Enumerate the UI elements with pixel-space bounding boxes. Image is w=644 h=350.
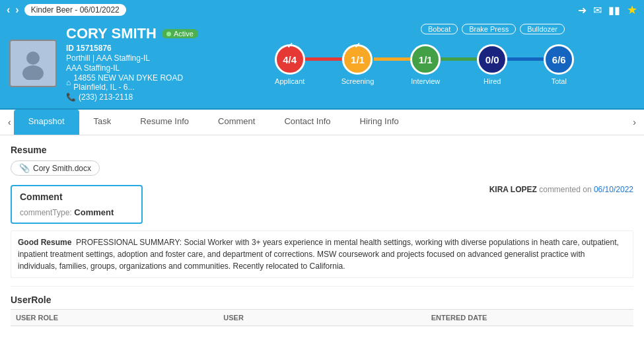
user-name-row: CORY SMITH Active: [66, 25, 205, 42]
comment-action: commented on: [539, 185, 591, 194]
section-divider: [11, 286, 633, 287]
comment-author: KIRA LOPEZ: [489, 185, 537, 194]
comment-type-row: commentType: Comment: [20, 207, 133, 217]
breadcrumb: Kinder Beer - 06/01/2022: [24, 4, 126, 16]
table-header: USER ROLE USER ENTERED DATE: [11, 309, 633, 326]
tab-resume-info[interactable]: Resume Info: [125, 110, 203, 135]
user-phone: 📞 (233) 213-2118: [66, 92, 205, 102]
comment-full-text: PROFESSIONAL SUMMARY: Social Worker with…: [18, 238, 619, 271]
line-3: [441, 57, 477, 61]
pipeline-screening: ✓ 1/1 Screening: [341, 44, 375, 85]
line-4: [507, 57, 544, 61]
paperclip-icon: 📎: [19, 163, 30, 173]
applicant-circle: ✓ 4/4: [275, 44, 305, 75]
tab-task[interactable]: Task: [79, 110, 126, 135]
pipeline-total: 6/6 Total: [544, 44, 574, 85]
userrole-title: UserRole: [11, 295, 633, 305]
chat-icon[interactable]: ▮▮: [608, 4, 620, 17]
back-button[interactable]: ‹: [7, 4, 10, 16]
user-address: ⌂ 14855 NEW VAN DYKE ROAD Plainfield, IL…: [66, 73, 205, 92]
col-user-role: USER ROLE: [11, 314, 218, 322]
tabs-left-arrow[interactable]: ‹: [5, 112, 14, 133]
tab-hiring-info[interactable]: Hiring Info: [345, 110, 413, 135]
main-content: Resume 📎 Cory Smith.docx Comment comment…: [0, 135, 644, 350]
avatar: [9, 40, 57, 87]
svg-point-0: [26, 52, 40, 65]
comment-box: Comment commentType: Comment: [11, 185, 143, 224]
comment-type-label: commentType:: [20, 208, 72, 217]
col-user: USER: [218, 314, 425, 322]
home-icon: ⌂: [66, 78, 71, 87]
user-name: CORY SMITH: [66, 25, 157, 42]
tabs-right-arrow[interactable]: ›: [630, 112, 639, 133]
user-company2: AAA Staffing-IL: [66, 63, 205, 73]
user-id: ID 15715876: [66, 44, 205, 53]
pipeline: ✓ 4/4 Applicant ✓ 1/1 Screening 1/1 Inte…: [214, 42, 635, 85]
tag-bulldozer: Bulldozer: [520, 24, 565, 34]
forward-button[interactable]: ›: [15, 4, 18, 16]
comment-type-value: Comment: [74, 207, 114, 217]
phone-icon: 📞: [66, 92, 76, 102]
comment-date: 06/10/2022: [594, 185, 633, 194]
comment-body: Good Resume PROFESSIONAL SUMMARY: Social…: [11, 230, 633, 278]
interview-circle: 1/1: [410, 44, 441, 75]
hired-circle: 0/0: [477, 44, 507, 75]
status-badge: Active: [162, 29, 198, 38]
comment-section-title: Comment: [20, 192, 133, 202]
tags-section: Bobcat Brake Press Bulldozer: [421, 24, 565, 34]
resume-file-pill[interactable]: 📎 Cory Smith.docx: [11, 160, 100, 176]
user-company: Porthill | AAA Staffing-IL: [66, 53, 205, 63]
mail-icon[interactable]: ✉: [593, 4, 602, 17]
comment-row: Comment commentType: Comment KIRA LOPEZ …: [11, 185, 633, 228]
top-bar: ‹ › Kinder Beer - 06/01/2022 ➜ ✉ ▮▮ ★: [0, 0, 644, 20]
tab-contact-info[interactable]: Contact Info: [269, 110, 345, 135]
check-screening: ✓: [354, 41, 361, 50]
top-bar-icons: ➜ ✉ ▮▮ ★: [578, 3, 637, 17]
pipeline-hired: 0/0 Hired: [477, 44, 507, 85]
tag-bobcat: Bobcat: [421, 24, 458, 34]
svg-point-1: [22, 65, 44, 80]
forward-icon[interactable]: ➜: [578, 4, 587, 17]
resume-section-title: Resume: [11, 145, 633, 155]
header-section: CORY SMITH Active ID 15715876 Porthill |…: [0, 20, 644, 110]
star-icon[interactable]: ★: [627, 3, 637, 17]
screening-circle: ✓ 1/1: [342, 44, 373, 75]
tag-brake-press: Brake Press: [462, 24, 516, 34]
pipeline-interview: 1/1 Interview: [410, 44, 441, 85]
tab-comment[interactable]: Comment: [203, 110, 269, 135]
total-circle: 6/6: [544, 44, 574, 75]
user-info: CORY SMITH Active ID 15715876 Porthill |…: [66, 25, 205, 102]
col-entered-date: ENTERED DATE: [426, 314, 633, 322]
comment-meta: KIRA LOPEZ commented on 06/10/2022: [489, 185, 633, 194]
tabs-bar: ‹ Snapshot Task Resume Info Comment Cont…: [0, 110, 644, 135]
check-applicant: ✓: [287, 41, 293, 50]
comment-bold-text: Good Resume: [18, 238, 71, 247]
active-dot: [166, 32, 171, 36]
tab-snapshot[interactable]: Snapshot: [14, 110, 79, 135]
pipeline-applicant: ✓ 4/4 Applicant: [275, 44, 305, 85]
line-1: [305, 57, 341, 61]
line-2: [374, 57, 410, 61]
resume-filename: Cory Smith.docx: [33, 164, 91, 173]
